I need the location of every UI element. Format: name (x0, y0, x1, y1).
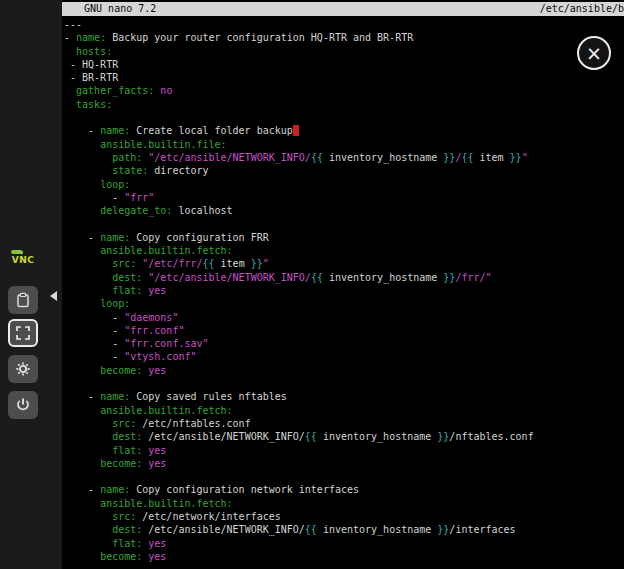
vnc-session: VNC (0, 0, 624, 569)
fullscreen-button[interactable] (8, 319, 38, 347)
control-bar-handle[interactable] (46, 288, 60, 304)
code-line: state: directory (64, 164, 624, 177)
collapse-arrow-icon (50, 291, 57, 301)
code-line: - "frr" (64, 191, 624, 204)
nano-titlebar: GNU nano 7.2 /etc/ansible/b (62, 2, 624, 16)
settings-button[interactable] (8, 355, 38, 383)
code-line: - BR-RTR (64, 71, 624, 84)
code-line: loop: (64, 297, 624, 310)
code-line: src: /etc/nftables.conf (64, 417, 624, 430)
file-path: /etc/ansible/b (540, 2, 624, 16)
code-line: tasks: (64, 98, 624, 111)
code-line: become: yes (64, 364, 624, 377)
code-line (64, 377, 624, 390)
close-icon: × (586, 44, 602, 63)
novnc-logo-swoosh (11, 250, 23, 254)
novnc-logo-text: VNC (12, 255, 35, 265)
code-line: ansible.builtin.file: (64, 138, 624, 151)
code-line: - "vtysh.conf" (64, 350, 624, 363)
code-line: dest: "/etc/ansible/NETWORK_INFO/{{ inve… (64, 271, 624, 284)
power-icon (15, 397, 31, 413)
code-line: flat: yes (64, 444, 624, 457)
code-line: ansible.builtin.fetch: (64, 404, 624, 417)
code-line (64, 111, 624, 124)
vnc-control-bar: VNC (0, 0, 62, 569)
code-line: - name: Create local folder backup (64, 124, 624, 137)
code-line: dest: /etc/ansible/NETWORK_INFO/{{ inven… (64, 523, 624, 536)
code-line: hosts: (64, 45, 624, 58)
code-line: loop: (64, 178, 624, 191)
code-line: - "frr.conf" (64, 324, 624, 337)
text-cursor (293, 125, 299, 136)
code-line: become: yes (64, 550, 624, 563)
terminal-window: GNU nano 7.2 /etc/ansible/b ---- name: B… (62, 0, 624, 569)
code-line: path: "/etc/ansible/NETWORK_INFO/{{ inve… (64, 151, 624, 164)
code-line: - name: Copy configuration network inter… (64, 483, 624, 496)
novnc-logo: VNC (8, 243, 38, 271)
code-line: src: "/etc/frr/{{ item }}" (64, 257, 624, 270)
code-line: flat: yes (64, 284, 624, 297)
close-button[interactable]: × (577, 36, 611, 70)
power-button[interactable] (8, 391, 38, 419)
code-line: - HQ-RTR (64, 58, 624, 71)
code-line: - "daemons" (64, 311, 624, 324)
code-line: - name: Copy configuration FRR (64, 231, 624, 244)
code-line: - name: Backup your router configuration… (64, 31, 624, 44)
code-line (64, 470, 624, 483)
app-title: GNU nano 7.2 (62, 2, 156, 16)
code-line: gather_facts: no (64, 84, 624, 97)
editor-content[interactable]: ---- name: Backup your router configurat… (64, 18, 624, 569)
code-line: ansible.builtin.fetch: (64, 497, 624, 510)
clipboard-icon (15, 292, 31, 308)
fullscreen-icon (15, 325, 31, 341)
code-line: ansible.builtin.fetch: (64, 244, 624, 257)
code-line: dest: /etc/ansible/NETWORK_INFO/{{ inven… (64, 430, 624, 443)
code-line: - name: Copy saved rules nftables (64, 390, 624, 403)
code-line (64, 217, 624, 230)
code-line: - "frr.conf.sav" (64, 337, 624, 350)
code-line: become: yes (64, 457, 624, 470)
code-line: flat: yes (64, 537, 624, 550)
code-line: delegate_to: localhost (64, 204, 624, 217)
gear-icon (15, 361, 31, 377)
code-line: --- (64, 18, 624, 31)
clipboard-button[interactable] (8, 286, 38, 314)
code-line: src: /etc/network/interfaces (64, 510, 624, 523)
